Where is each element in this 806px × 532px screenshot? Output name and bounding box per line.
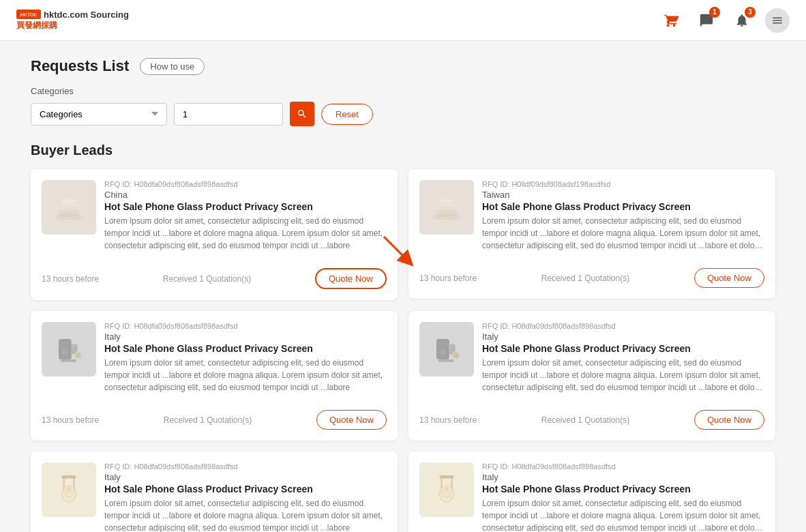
quote-now-button[interactable]: Quote Now — [694, 268, 764, 288]
card-top: RFQ ID: H08dfa09dsf808adsf898asdfsd Ital… — [42, 322, 387, 394]
card-image — [419, 322, 474, 376]
svg-rect-25 — [438, 359, 454, 362]
menu-button[interactable] — [765, 8, 790, 33]
main-content: Requests List How to use Categories Cate… — [14, 41, 792, 532]
svg-point-10 — [436, 209, 458, 213]
quote-now-button[interactable]: Quote Now — [316, 410, 387, 430]
categories-select[interactable]: Categories — [31, 103, 167, 125]
quotations: Received 1 Quotation(s) — [163, 274, 251, 284]
card-top: RFQ ID: H08dfa09dsf808adsf898asdfsd Ital… — [419, 462, 764, 532]
card-wrapper-left-2: RFQ ID: H08dfa09dsf808adsf898asdfsd Ital… — [31, 311, 398, 441]
quotations: Received 1 Quotation(s) — [164, 415, 252, 425]
rfq-id: RFQ ID: H08dfa09dsf808adsf898asdfsd — [482, 462, 764, 471]
card-wrapper-right-1: RFQ ID: H0lldf09dsf808adsf198asdfsd Taiw… — [408, 169, 775, 300]
time-ago: 13 hours before — [419, 415, 477, 425]
product-desc: Lorem ipsum dolor sit amet, consectetur … — [104, 357, 387, 394]
svg-point-27 — [453, 353, 459, 358]
header-icons: 1 3 — [659, 8, 790, 33]
cart-button[interactable] — [659, 8, 683, 33]
how-to-use-button[interactable]: How to use — [140, 58, 205, 75]
reset-button[interactable]: Reset — [321, 104, 373, 125]
card-image — [42, 322, 96, 376]
card-info: RFQ ID: H0lldf09dsf808adsf198asdfsd Taiw… — [482, 180, 764, 252]
svg-point-16 — [62, 349, 68, 355]
message-button[interactable]: 1 — [694, 8, 719, 33]
country: Italy — [104, 331, 387, 342]
search-input[interactable] — [174, 103, 283, 125]
quote-now-button[interactable]: Quote Now — [694, 410, 764, 430]
notification-badge: 3 — [745, 7, 756, 18]
svg-point-40 — [448, 490, 452, 494]
hktdc-icon: HKTDC — [16, 10, 41, 19]
rfq-id: RFQ ID: H08dfa09dsf808adsf898asdfsd — [482, 322, 764, 330]
card-top: RFQ ID: H0lldf09dsf808adsf198asdfsd Taiw… — [419, 180, 764, 252]
svg-point-39 — [442, 490, 446, 494]
card-left-2: RFQ ID: H08dfa09dsf808adsf898asdfsd Ital… — [31, 311, 398, 441]
rfq-id: RFQ ID: H0lldf09dsf808adsf198asdfsd — [482, 180, 764, 188]
search-button[interactable] — [290, 102, 314, 126]
card-left-1: RFQ ID: H08dfa09dsf808adsf898asdfsd Chin… — [31, 169, 398, 300]
svg-point-2 — [58, 209, 80, 213]
card-info: RFQ ID: H08dfa09dsf808adsf898asdfsd Ital… — [482, 462, 764, 532]
card-top: RFQ ID: H08dfa09dsf808adsf898asdfsd Chin… — [42, 180, 387, 252]
card-footer: 13 hours before Received 1 Quotation(s) … — [42, 410, 387, 430]
card-wrapper-right-3: RFQ ID: H08dfa09dsf808adsf898asdfsd Ital… — [408, 452, 775, 532]
filter-row: Categories Reset — [31, 102, 775, 126]
svg-point-3 — [59, 206, 79, 210]
card-wrapper-right-2: RFQ ID: H08dfa09dsf808adsf898asdfsd Ital… — [408, 311, 775, 441]
requests-list-title: Requests List — [31, 57, 129, 75]
buyer-leads-title: Buyer Leads — [31, 143, 775, 158]
card-image — [42, 462, 96, 517]
product-title: Hot Sale Phone Glass Product Privacy Scr… — [482, 484, 764, 494]
card-info: RFQ ID: H08dfa09dsf808adsf898asdfsd Chin… — [104, 180, 387, 252]
product-desc: Lorem ipsum dolor sit amet, consectetur … — [104, 215, 387, 252]
rfq-id: RFQ ID: H08dfa09dsf808adsf898asdfsd — [104, 180, 387, 188]
time-ago: 13 hours before — [42, 415, 99, 425]
country: China — [104, 190, 387, 200]
svg-point-13 — [438, 199, 455, 203]
logo-subtitle: 買發網採購 — [16, 20, 129, 31]
card-top: RFQ ID: H08dfa09dsf808adsf898asdfsd Ital… — [419, 322, 764, 394]
rfq-id: RFQ ID: H08dfa09dsf808adsf898asdfsd — [104, 322, 387, 330]
card-footer: 13 hours before Received 1 Quotation(s) … — [419, 268, 764, 288]
country: Italy — [482, 472, 764, 482]
product-title: Hot Sale Phone Glass Product Privacy Scr… — [104, 201, 387, 212]
svg-point-33 — [70, 490, 74, 494]
svg-point-9 — [434, 213, 459, 217]
card-right-2: RFQ ID: H08dfa09dsf808adsf898asdfsd Ital… — [408, 311, 775, 441]
svg-rect-18 — [61, 359, 76, 362]
card-image — [419, 462, 474, 517]
svg-rect-22 — [438, 340, 449, 348]
notification-button[interactable]: 3 — [730, 8, 754, 33]
logo-title: hktdc.com Sourcing — [44, 10, 129, 20]
country: Italy — [482, 331, 764, 342]
svg-point-32 — [64, 490, 68, 494]
svg-point-4 — [60, 203, 78, 207]
product-title: Hot Sale Phone Glass Product Privacy Scr… — [482, 201, 764, 212]
svg-rect-15 — [60, 340, 71, 348]
card-right-3: RFQ ID: H08dfa09dsf808adsf898asdfsd Ital… — [408, 452, 775, 532]
product-desc: Lorem ipsum dolor sit amet, consectetur … — [104, 497, 387, 532]
product-desc: Lorem ipsum dolor sit amet, consectetur … — [482, 357, 764, 394]
country: Taiwan — [482, 190, 764, 200]
header: HKTDC hktdc.com Sourcing 買發網採購 1 3 — [0, 0, 806, 41]
svg-point-41 — [445, 487, 449, 490]
svg-point-12 — [438, 203, 456, 207]
product-title: Hot Sale Phone Glass Product Privacy Scr… — [104, 343, 387, 354]
card-left-3: RFQ ID: H08dfa09dsf808adsf898asdfsd Ital… — [31, 452, 398, 532]
quotations: Received 1 Quotation(s) — [541, 415, 629, 425]
card-info: RFQ ID: H08dfa09dsf808adsf898asdfsd Ital… — [104, 322, 387, 394]
logo-hktdc: HKTDC hktdc.com Sourcing — [16, 10, 129, 20]
message-badge: 1 — [709, 7, 720, 18]
card-image — [419, 180, 474, 235]
product-desc: Lorem ipsum dolor sit amet, consectetur … — [482, 215, 764, 252]
card-image — [42, 180, 96, 235]
product-desc: Lorem ipsum dolor sit amet, consectetur … — [482, 497, 764, 532]
quote-now-button[interactable]: Quote Now — [315, 268, 387, 289]
card-top: RFQ ID: H08dfa09dsf808adsf898asdfsd Ital… — [42, 462, 387, 532]
svg-rect-37 — [440, 475, 454, 479]
requests-list-header: Requests List How to use — [31, 57, 775, 75]
card-info: RFQ ID: H08dfa09dsf808adsf898asdfsd Ital… — [482, 322, 764, 394]
product-title: Hot Sale Phone Glass Product Privacy Scr… — [104, 484, 387, 494]
categories-label: Categories — [31, 86, 775, 96]
